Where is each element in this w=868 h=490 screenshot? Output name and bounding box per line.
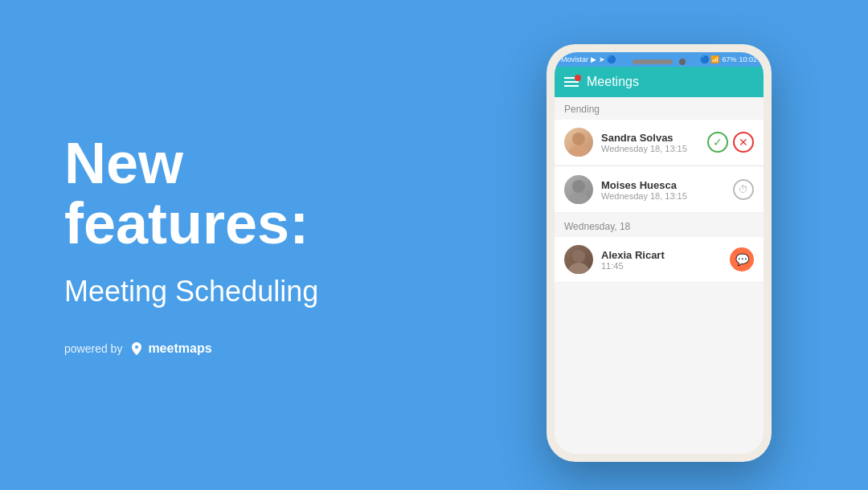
meetmaps-icon (129, 341, 145, 357)
meeting-actions: 💬 (730, 247, 754, 272)
app-content: Pending Sandra Solvas Wednesday 18, 13:1… (555, 97, 764, 454)
phone-camera (679, 59, 686, 65)
status-right: 🔵 📶 67% 10:02 (700, 55, 757, 63)
meeting-info: Moises Huesca Wednesday 18, 13:15 (601, 179, 725, 201)
meeting-name: Sandra Solvas (601, 132, 699, 144)
left-section: New features: Meeting Scheduling powered… (0, 85, 450, 405)
meeting-time: Wednesday 18, 13:15 (601, 144, 699, 153)
avatar (564, 245, 593, 274)
phone-mockup: Movistar ▶ ➤ 🔵 🔵 📶 67% 10:02 Meetings (547, 44, 772, 462)
main-heading: New features: (64, 133, 386, 255)
decline-button[interactable]: ✕ (733, 132, 754, 153)
section-label-pending: Pending (555, 97, 764, 118)
app-title: Meetings (587, 75, 639, 89)
svg-point-5 (567, 263, 590, 274)
svg-point-0 (572, 133, 585, 145)
meetmaps-logo: meetmaps (129, 341, 211, 357)
right-section: Movistar ▶ ➤ 🔵 🔵 📶 67% 10:02 Meetings (450, 0, 868, 490)
meeting-name: Alexia Ricart (601, 249, 722, 261)
hamburger-icon[interactable] (564, 77, 579, 87)
svg-point-1 (567, 145, 590, 157)
meeting-actions: ✓ ✕ (707, 132, 754, 153)
powered-by: powered by meetmaps (64, 341, 386, 357)
meeting-time: 11:45 (601, 261, 722, 271)
meeting-actions: ⏱ (733, 179, 754, 200)
meeting-item[interactable]: Moises Huesca Wednesday 18, 13:15 ⏱ (555, 167, 764, 213)
phone-screen: Movistar ▶ ➤ 🔵 🔵 📶 67% 10:02 Meetings (555, 52, 764, 454)
accept-button[interactable]: ✓ (707, 132, 728, 153)
avatar (564, 128, 593, 157)
meeting-time: Wednesday 18, 13:15 (601, 191, 725, 201)
avatar (564, 175, 593, 204)
svg-point-3 (567, 193, 590, 204)
meeting-item[interactable]: Alexia Ricart 11:45 💬 (555, 237, 764, 283)
phone-bezel-top (633, 59, 686, 65)
meeting-info: Alexia Ricart 11:45 (601, 249, 722, 271)
svg-point-4 (572, 250, 585, 263)
notification-dot (575, 75, 581, 81)
app-header: Meetings (555, 67, 764, 97)
svg-point-2 (572, 180, 585, 193)
meeting-item[interactable]: Sandra Solvas Wednesday 18, 13:15 ✓ ✕ (555, 120, 764, 165)
meeting-info: Sandra Solvas Wednesday 18, 13:15 (601, 132, 699, 153)
section-label-wednesday: Wednesday, 18 (555, 214, 764, 235)
clock-button[interactable]: ⏱ (733, 179, 754, 200)
sub-heading: Meeting Scheduling (64, 274, 386, 308)
chat-button[interactable]: 💬 (730, 247, 754, 272)
status-carrier: Movistar ▶ ➤ 🔵 (561, 55, 616, 63)
meeting-name: Moises Huesca (601, 179, 725, 191)
phone-speaker (633, 59, 673, 64)
